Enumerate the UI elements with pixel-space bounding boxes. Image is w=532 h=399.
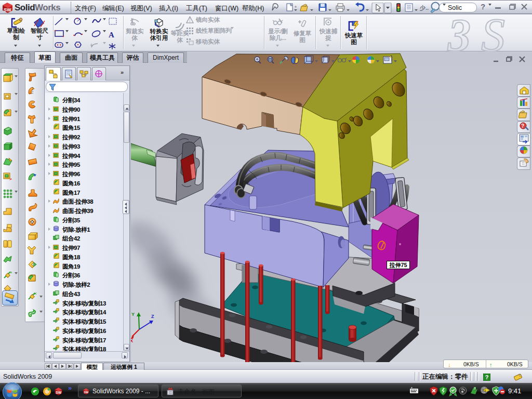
svg-text:3: 3: [447, 15, 471, 51]
svg-text:SW: SW: [4, 7, 11, 12]
svg-text:SW: SW: [84, 391, 88, 394]
svg-text:Z: Z: [151, 314, 154, 319]
svg-text:SW: SW: [56, 391, 61, 394]
svg-text:S: S: [481, 15, 505, 51]
svg-text:少..: 少..: [419, 5, 429, 11]
svg-text:!: !: [485, 389, 486, 392]
svg-text:?: ?: [521, 123, 524, 129]
svg-text:A: A: [109, 31, 114, 39]
svg-text:Y: Y: [131, 312, 135, 317]
